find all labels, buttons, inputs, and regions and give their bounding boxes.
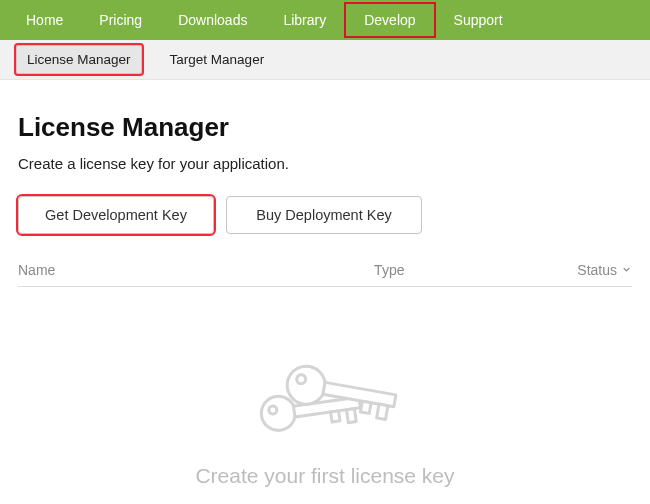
sub-nav: License Manager Target Manager: [0, 40, 650, 80]
svg-rect-4: [347, 409, 357, 423]
page-title: License Manager: [18, 112, 632, 143]
col-type: Type: [374, 262, 528, 278]
svg-rect-3: [331, 411, 340, 422]
col-status-label: Status: [577, 262, 617, 278]
nav-downloads[interactable]: Downloads: [160, 0, 265, 40]
col-name: Name: [18, 262, 374, 278]
nav-library[interactable]: Library: [265, 0, 344, 40]
nav-pricing[interactable]: Pricing: [81, 0, 160, 40]
table-header: Name Type Status: [18, 262, 632, 287]
button-row: Get Development Key Buy Deployment Key: [18, 196, 632, 234]
nav-develop[interactable]: Develop: [344, 2, 435, 38]
empty-state-text: Create your first license key: [0, 464, 650, 488]
top-nav: Home Pricing Downloads Library Develop S…: [0, 0, 650, 40]
col-status[interactable]: Status: [528, 262, 632, 278]
page-subtitle: Create a license key for your applicatio…: [18, 155, 632, 172]
keys-icon: [240, 354, 410, 454]
svg-rect-8: [360, 401, 371, 413]
buy-deployment-key-button[interactable]: Buy Deployment Key: [226, 196, 422, 234]
tab-target-manager[interactable]: Target Manager: [160, 46, 275, 73]
nav-home[interactable]: Home: [8, 0, 81, 40]
chevron-down-icon: [621, 262, 632, 278]
empty-state: Create your first license key: [0, 354, 650, 504]
nav-support[interactable]: Support: [436, 0, 521, 40]
svg-rect-9: [377, 404, 388, 419]
get-development-key-button[interactable]: Get Development Key: [18, 196, 214, 234]
content: License Manager Create a license key for…: [0, 80, 650, 287]
tab-license-manager[interactable]: License Manager: [16, 45, 142, 74]
svg-point-0: [259, 394, 297, 432]
